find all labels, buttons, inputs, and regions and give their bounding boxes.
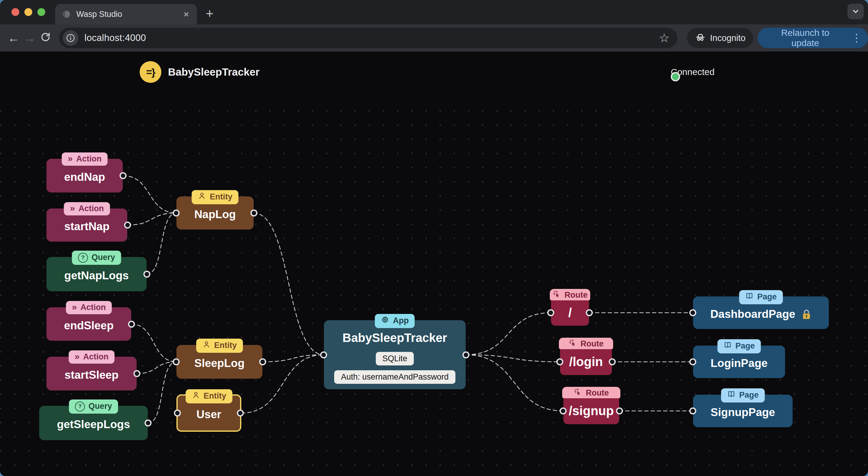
question-circle-icon: ? — [78, 252, 88, 263]
node-SleepLog[interactable]: EntitySleepLog — [177, 345, 262, 379]
connection-handle — [119, 172, 126, 179]
relaunch-to-update-button[interactable]: Relaunch to update ⋮ — [757, 28, 868, 48]
connection-handle — [548, 309, 554, 316]
back-icon[interactable]: ← — [5, 30, 22, 46]
connection-handle — [143, 271, 150, 278]
node-getSleepLogs[interactable]: ?QuerygetSleepLogs — [39, 406, 148, 440]
new-tab-button[interactable]: + — [203, 7, 217, 21]
query-badge: ?Query — [69, 400, 118, 414]
node-SignupPage[interactable]: PageSignupPage — [693, 395, 793, 427]
connection-handle — [689, 359, 696, 366]
node-LoginPage[interactable]: PageLoginPage — [693, 345, 785, 378]
edge-startNap-NapLog — [127, 213, 177, 225]
connection-handle — [173, 359, 180, 366]
chevrons-right-icon: » — [67, 154, 73, 164]
node-label: endSleep — [64, 316, 114, 332]
book-open-icon — [745, 292, 754, 302]
tab-close-icon[interactable]: × — [182, 9, 190, 19]
relaunch-label: Relaunch to update — [767, 28, 844, 48]
incognito-label: Incognito — [710, 33, 746, 43]
person-icon — [197, 192, 206, 202]
node-User[interactable]: EntityUser — [177, 394, 241, 432]
route-badge: Route — [562, 387, 620, 398]
address-bar[interactable]: localhost:4000 ☆ — [59, 28, 677, 48]
node-label: endNap — [64, 168, 105, 183]
person-icon — [202, 340, 211, 351]
connection-handle — [609, 359, 616, 366]
forward-icon[interactable]: → — [22, 30, 37, 46]
node-label: DashboardPage — [710, 305, 812, 320]
node-label: LoginPage — [711, 354, 768, 370]
close-window-button[interactable] — [11, 8, 19, 16]
bookmark-star-icon[interactable]: ☆ — [654, 32, 674, 44]
url-text[interactable]: localhost:4000 — [85, 33, 654, 43]
action-badge: »Action — [68, 350, 115, 364]
browser-toolbar: ← → localhost:4000 ☆ Incognito Relaunch … — [0, 24, 868, 52]
node-startNap[interactable]: »ActionstartNap — [46, 208, 127, 242]
tab-strip: Wasp Studio × + — [0, 0, 868, 24]
action-badge: »Action — [64, 202, 110, 215]
edge-app-route-signup — [466, 355, 563, 411]
cursor-click-icon — [574, 388, 582, 398]
page-badge: Page — [739, 290, 783, 304]
lock-icon — [801, 309, 812, 320]
connection-handle — [689, 408, 696, 414]
node-label: / — [568, 305, 572, 320]
connection-status-dot — [671, 72, 680, 81]
node-endSleep[interactable]: »ActionendSleep — [46, 307, 131, 341]
edge-getSleepLogs-SleepLog — [148, 362, 177, 423]
connection-handle — [237, 410, 244, 417]
node-label: SignupPage — [711, 403, 775, 419]
page-badge: Page — [717, 339, 761, 353]
connection-handle — [556, 359, 563, 366]
node-DashboardPage[interactable]: PageDashboardPage — [693, 297, 829, 329]
question-circle-icon: ? — [75, 401, 85, 411]
node-label: NapLog — [194, 205, 236, 221]
cursor-click-icon — [553, 290, 561, 300]
connection-handle — [586, 309, 593, 316]
browser-tab[interactable]: Wasp Studio × — [55, 4, 197, 24]
connection-handle — [462, 351, 469, 358]
node-label: /login — [569, 354, 603, 369]
maximize-window-button[interactable] — [37, 8, 45, 16]
node-endNap[interactable]: »ActionendNap — [46, 159, 123, 193]
site-info-icon[interactable] — [63, 30, 79, 46]
entity-badge: Entity — [185, 389, 232, 403]
node-route-login[interactable]: Route/login — [560, 348, 612, 375]
minimize-window-button[interactable] — [25, 8, 32, 16]
node-route-signup[interactable]: Route/signup — [563, 398, 619, 424]
browser-menu-kebab-icon[interactable]: ⋮ — [848, 32, 865, 44]
edge-endSleep-SleepLog — [131, 324, 177, 362]
tab-title: Wasp Studio — [76, 10, 182, 19]
graph-canvas[interactable]: =} BabySleepTracker Connected »Actionend… — [0, 52, 868, 476]
node-route-root[interactable]: Route/ — [551, 300, 589, 326]
connection-handle — [689, 309, 696, 316]
reload-icon[interactable] — [38, 30, 54, 46]
chevrons-right-icon: » — [74, 352, 80, 362]
connection-handle — [124, 222, 131, 229]
action-badge: »Action — [62, 152, 108, 166]
edge-app-route-root — [466, 313, 551, 355]
node-label: User — [196, 405, 221, 421]
edge-NapLog-app — [254, 213, 324, 355]
connection-handle — [560, 408, 567, 414]
browser-window: Wasp Studio × + ← → localhost:4000 ☆ Inc… — [0, 0, 868, 476]
connection-handle — [174, 410, 181, 417]
node-label: getSleepLogs — [57, 415, 130, 431]
connection-handle — [145, 420, 151, 427]
route-badge: Route — [550, 289, 590, 300]
connection-handle — [259, 359, 266, 366]
edge-getNapLogs-NapLog — [147, 213, 177, 274]
node-label: BabySleepTracker — [343, 331, 447, 345]
tab-search-chevron-icon[interactable] — [847, 4, 864, 19]
node-startSleep[interactable]: »ActionstartSleep — [46, 357, 136, 390]
app-chip: Auth: usernameAndPassword — [334, 370, 455, 384]
node-NapLog[interactable]: EntityNapLog — [177, 196, 254, 230]
chevrons-right-icon: » — [70, 204, 75, 213]
node-label: startSleep — [65, 366, 119, 381]
node-getNapLogs[interactable]: ?QuerygetNapLogs — [46, 257, 147, 291]
window-controls — [11, 8, 45, 16]
node-label: SleepLog — [194, 354, 245, 370]
node-app[interactable]: AppBabySleepTrackerSQLiteAuth: usernameA… — [324, 320, 466, 389]
connection-handle — [128, 320, 135, 328]
